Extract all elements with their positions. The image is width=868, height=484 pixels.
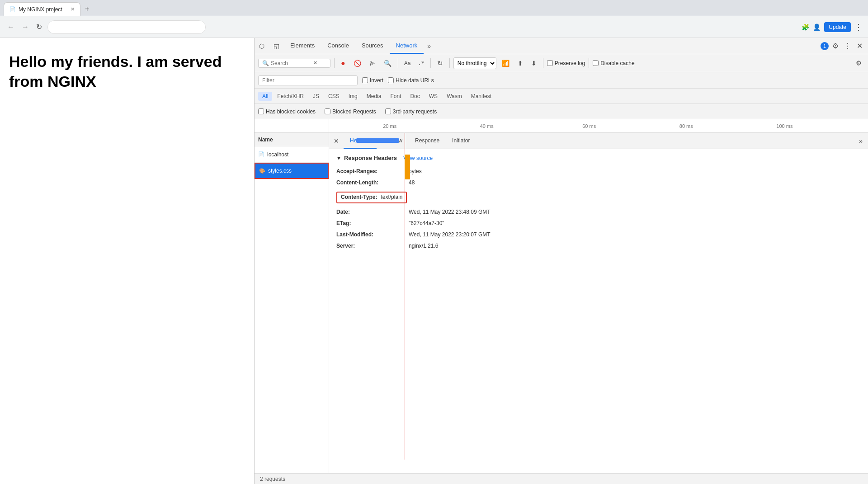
download-button[interactable]: ⬇ xyxy=(528,58,539,69)
invert-label[interactable]: Invert xyxy=(362,77,383,84)
header-row-accept-ranges: Accept-Ranges: bytes xyxy=(336,166,861,177)
header-row-content-type: Content-Type: text/plain xyxy=(336,190,861,204)
blocked-requests-label[interactable]: Blocked Requests xyxy=(325,108,376,115)
profile-icon: 👤 xyxy=(813,23,821,31)
content-type-highlighted: Content-Type: text/plain xyxy=(336,192,407,203)
tab-network[interactable]: Network xyxy=(390,38,424,54)
tab-more-icon[interactable]: » xyxy=(424,38,434,54)
invert-checkbox[interactable] xyxy=(362,77,368,83)
devtools-dock-icon[interactable]: ⬡ xyxy=(255,38,269,54)
filter-input[interactable] xyxy=(258,75,358,85)
search-toggle-button[interactable]: 🔍 xyxy=(381,58,394,69)
devtools-tab-actions: 1 ⚙ ⋮ ✕ xyxy=(821,38,868,54)
search-input[interactable] xyxy=(271,60,311,66)
throttle-select[interactable]: No throttling Fast 3G Slow 3G Offline xyxy=(453,57,496,69)
header-name-etag: ETag: xyxy=(336,219,409,228)
detail-tab-more[interactable]: » xyxy=(854,133,868,149)
view-source-link[interactable]: View source xyxy=(403,155,433,161)
hide-data-urls-label[interactable]: Hide data URLs xyxy=(388,77,434,84)
has-blocked-cookies-label[interactable]: Has blocked cookies xyxy=(258,108,316,115)
devtools-tabs-bar: ⬡ ◱ Elements Console Sources Network » 1… xyxy=(255,38,868,54)
detail-tab-headers[interactable]: Headers xyxy=(344,133,377,149)
timeline-label-100: 100 ms xyxy=(776,123,793,129)
search-clear-button[interactable]: ✕ xyxy=(313,60,317,66)
response-headers-section: ▼ Response Headers View source Accept-Ra… xyxy=(336,155,861,252)
resource-type-js[interactable]: JS xyxy=(309,92,323,101)
detail-tab-response[interactable]: Response xyxy=(409,133,446,149)
preserve-log-label[interactable]: Preserve log xyxy=(547,60,585,66)
resource-type-css[interactable]: CSS xyxy=(324,92,344,101)
styles-css-name: styles.css xyxy=(268,168,292,174)
cookies-filter-row: Has blocked cookies Blocked Requests 3rd… xyxy=(255,104,868,119)
network-settings-button[interactable]: ⚙ xyxy=(853,57,864,69)
address-input[interactable]: localhost:8080 xyxy=(47,20,206,34)
resource-type-wasm[interactable]: Wasm xyxy=(443,92,466,101)
tab-close-icon[interactable]: ✕ xyxy=(71,6,75,12)
timeline-label-40: 40 ms xyxy=(480,123,494,129)
resource-type-font[interactable]: Font xyxy=(386,92,405,101)
tab-sources[interactable]: Sources xyxy=(355,38,390,54)
timeline-name-col-header xyxy=(255,119,329,132)
tab-title: My NGINX project xyxy=(19,6,68,13)
devtools-inspect-icon[interactable]: ◱ xyxy=(269,38,284,54)
third-party-requests-label[interactable]: 3rd-party requests xyxy=(385,108,437,115)
resource-type-ws[interactable]: WS xyxy=(425,92,442,101)
filter-button[interactable]: ⫸ xyxy=(367,58,378,69)
address-bar-row: ← → ↻ localhost:8080 🧩 👤 Update ⋮ xyxy=(0,16,868,38)
header-value-date: Wed, 11 May 2022 23:48:09 GMT xyxy=(409,208,491,216)
header-row-content-length: Content-Length: 48 xyxy=(336,177,861,188)
devtools-more-button[interactable]: ⋮ xyxy=(842,40,853,52)
resource-type-doc[interactable]: Doc xyxy=(406,92,424,101)
new-tab-button[interactable]: + xyxy=(82,2,92,16)
header-name-date: Date: xyxy=(336,208,409,216)
details-content: ▼ Response Headers View source Accept-Ra… xyxy=(329,149,868,473)
localhost-icon: 📄 xyxy=(258,151,264,157)
preserve-log-checkbox[interactable] xyxy=(547,60,553,66)
has-blocked-cookies-checkbox[interactable] xyxy=(258,108,264,114)
browser-action-icons: 🧩 👤 Update ⋮ xyxy=(802,22,863,32)
disable-cache-checkbox[interactable] xyxy=(593,60,599,66)
tab-favicon: 📄 xyxy=(9,6,16,12)
header-value-etag: "627c44a7-30" xyxy=(409,219,444,228)
resource-type-media[interactable]: Media xyxy=(363,92,386,101)
blocked-requests-checkbox[interactable] xyxy=(325,108,330,114)
section-arrow-icon: ▼ xyxy=(336,155,341,161)
details-close-button[interactable]: ✕ xyxy=(329,133,344,149)
header-value-content-type: text/plain xyxy=(381,193,402,202)
menu-icon[interactable]: ⋮ xyxy=(854,22,863,32)
header-row-server: Server: nginx/1.21.6 xyxy=(336,240,861,252)
forward-button[interactable]: → xyxy=(20,21,31,33)
hide-data-urls-checkbox[interactable] xyxy=(388,77,394,83)
browser-tab[interactable]: 📄 My NGINX project ✕ xyxy=(4,2,80,16)
upload-button[interactable]: ⬆ xyxy=(515,58,526,69)
browser-chrome: 📄 My NGINX project ✕ + xyxy=(0,0,868,16)
resource-type-all[interactable]: All xyxy=(258,92,272,101)
clear-button[interactable]: 🚫 xyxy=(351,58,364,69)
disable-cache-label[interactable]: Disable cache xyxy=(593,60,634,66)
header-name-content-length: Content-Length: xyxy=(336,179,409,187)
devtools-settings-button[interactable]: ⚙ xyxy=(830,40,840,52)
update-button[interactable]: Update xyxy=(824,22,851,32)
detail-tab-initiator[interactable]: Initiator xyxy=(446,133,476,149)
network-status-bar: 2 requests xyxy=(255,473,868,484)
request-item-localhost[interactable]: 📄 localhost xyxy=(255,146,329,163)
third-party-checkbox[interactable] xyxy=(385,108,391,114)
request-item-styles-css[interactable]: 🎨 styles.css xyxy=(255,163,329,179)
resource-type-img[interactable]: Img xyxy=(344,92,362,101)
text-aa-button[interactable]: Aa xyxy=(402,59,413,68)
reload-button[interactable]: ↻ xyxy=(34,21,44,33)
refresh-button[interactable]: ↻ xyxy=(434,57,446,69)
tab-elements[interactable]: Elements xyxy=(284,38,321,54)
record-button[interactable]: ● xyxy=(338,57,348,69)
detail-tab-preview[interactable]: Preview xyxy=(377,133,409,149)
wifi-icon-button[interactable]: 📶 xyxy=(499,58,512,69)
regex-button[interactable]: .* xyxy=(415,59,426,68)
header-row-date: Date: Wed, 11 May 2022 23:48:09 GMT xyxy=(336,207,861,218)
details-panel: ✕ Headers Preview Response Initiator » xyxy=(329,133,868,473)
back-button[interactable]: ← xyxy=(5,21,16,33)
resource-type-filter: All Fetch/XHR JS CSS Img Media Font Doc … xyxy=(255,89,868,104)
devtools-close-button[interactable]: ✕ xyxy=(855,40,864,52)
resource-type-manifest[interactable]: Manifest xyxy=(467,92,495,101)
tab-console[interactable]: Console xyxy=(321,38,355,54)
resource-type-fetchxhr[interactable]: Fetch/XHR xyxy=(273,92,308,101)
